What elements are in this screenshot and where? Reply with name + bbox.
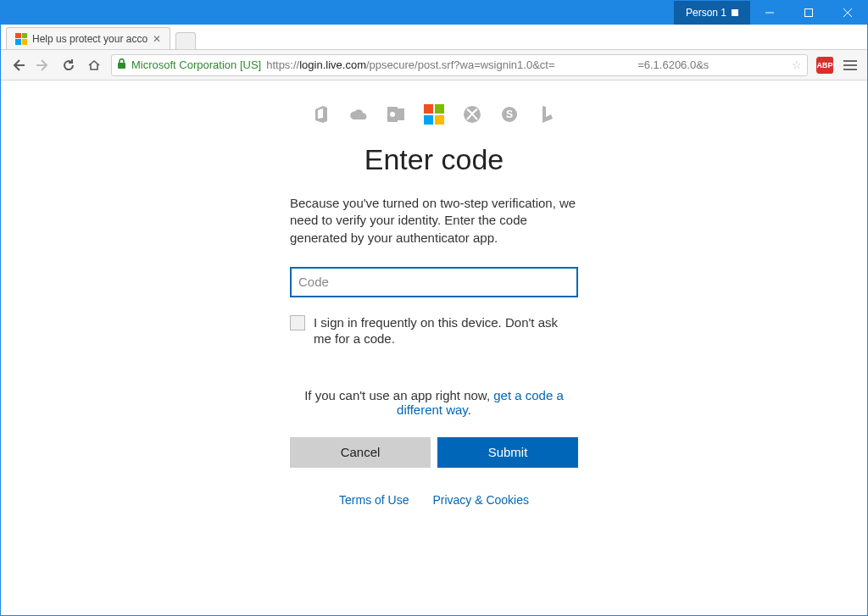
profile-label: Person 1 [686,7,726,19]
new-tab-button[interactable] [175,32,196,49]
action-buttons: Cancel Submit [290,437,578,468]
remember-device-row: I sign in frequently on this device. Don… [290,314,578,347]
skype-icon: S [500,105,519,124]
url-suffix: =6.1.6206.0&s [637,58,709,71]
tab-strip: Help us protect your acco ✕ [1,25,867,50]
svg-text:S: S [506,108,513,120]
help-prefix: If you can't use an app right now, [304,388,493,402]
svg-point-9 [390,112,395,117]
remember-device-checkbox[interactable] [290,315,305,330]
submit-button[interactable]: Submit [437,437,578,468]
tab-close-icon[interactable]: ✕ [153,33,161,45]
menu-button[interactable] [842,57,859,74]
cancel-button[interactable]: Cancel [290,437,431,468]
legal-footer: Terms of Use Privacy & Cookies [290,493,578,507]
bing-icon [537,105,556,124]
microsoft-favicon-icon [15,33,27,45]
privacy-cookies-link[interactable]: Privacy & Cookies [432,493,529,507]
svg-rect-6 [118,63,125,69]
microsoft-logo-icon [424,104,444,125]
ev-cert-label: Microsoft Corporation [US] [131,58,261,71]
bookmark-star-icon[interactable]: ☆ [792,58,802,71]
code-input[interactable] [290,267,578,297]
window-minimize-button[interactable] [750,1,789,25]
product-icon-row: S [1,104,867,125]
forward-button[interactable] [35,57,52,74]
alternate-code-help: If you can't use an app right now, get a… [290,388,578,417]
xbox-icon [463,105,481,124]
onedrive-icon [349,105,368,124]
home-button[interactable] [86,57,103,74]
tab-title: Help us protect your acco [32,33,147,45]
svg-rect-1 [805,9,813,17]
reload-button[interactable] [60,57,77,74]
profile-badge[interactable]: Person 1 [674,1,750,25]
window-maximize-button[interactable] [789,1,828,25]
lock-icon [117,58,126,72]
window-close-button[interactable] [828,1,867,25]
remember-device-label: I sign in frequently on this device. Don… [314,314,578,347]
adblock-extension-icon[interactable]: ABP [816,57,833,74]
hamburger-icon [843,60,857,70]
page-heading: Enter code [290,143,578,176]
office-icon [312,105,331,124]
window-titlebar: Person 1 [1,1,867,25]
browser-window: Person 1 Help us protect your acco ✕ [0,0,868,616]
url-scheme: https:// [266,58,299,71]
verification-card: Enter code Because you've turned on two-… [290,143,578,507]
profile-icon [732,9,738,16]
page-content: S Enter code Because you've turned on tw… [1,80,867,615]
url-host: login.live.com [299,58,366,71]
back-button[interactable] [9,57,26,74]
browser-toolbar: Microsoft Corporation [US] https://login… [1,50,867,80]
url-path: /ppsecure/post.srf?wa=wsignin1.0&ct= [366,58,555,71]
browser-tab[interactable]: Help us protect your acco ✕ [6,27,170,49]
help-suffix: . [468,402,471,417]
terms-of-use-link[interactable]: Terms of Use [339,493,409,507]
outlook-icon [387,105,405,124]
page-description: Because you've turned on two-step verifi… [290,195,578,247]
address-bar[interactable]: Microsoft Corporation [US] https://login… [111,54,808,76]
